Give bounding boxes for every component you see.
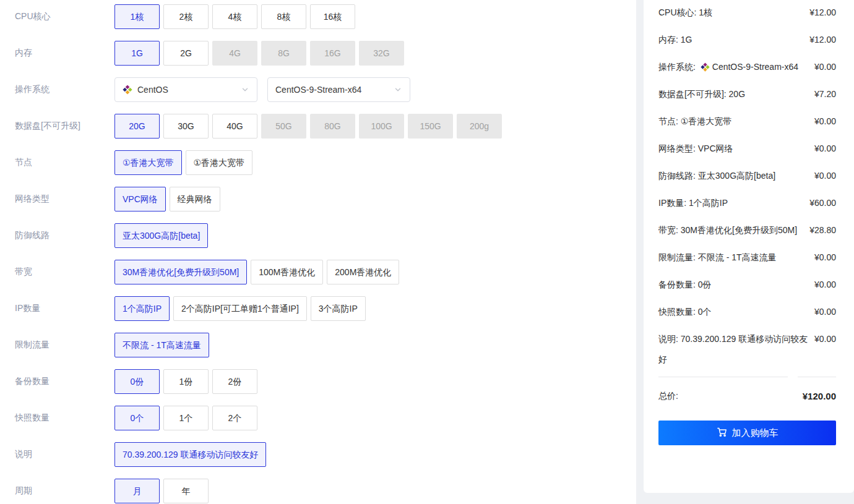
option-chip-period-0[interactable]: 月: [114, 479, 160, 503]
option-chip-bandwidth-1[interactable]: 100M香港优化: [251, 260, 323, 284]
config-row-data-disk: 数据盘[不可升级]20G30G40G50G80G100G150G200g: [15, 114, 636, 139]
config-row-backup-count: 备份数量0份1份2份: [15, 369, 636, 394]
price-summary-card: CPU核心: 1核¥12.00内存: 1G¥12.00操作系统: CentOS-…: [644, 0, 854, 493]
chevron-down-icon: [394, 85, 402, 94]
config-row-memory: 内存1G2G4G8G16G32G: [15, 41, 636, 66]
config-label-operating-system: 操作系统: [15, 84, 114, 95]
option-chip-data-disk-6: 150G: [408, 114, 453, 139]
total-row: 总价: ¥120.00: [658, 386, 836, 406]
config-row-cpu-cores: CPU核心1核2核4核8核16核: [15, 4, 636, 29]
chevron-down-icon: [241, 85, 249, 94]
os-version-select[interactable]: CentOS-9-Stream-x64: [267, 77, 410, 102]
option-chip-bandwidth-0[interactable]: 30M香港优化[免费升级到50M]: [114, 260, 247, 284]
option-chip-data-disk-1[interactable]: 30G: [163, 114, 209, 139]
config-row-period: 周期月年: [15, 479, 636, 503]
option-chip-memory-2: 4G: [212, 41, 257, 66]
option-chip-backup-count-0[interactable]: 0份: [114, 369, 160, 394]
os-family-select[interactable]: CentOS: [114, 77, 257, 102]
option-chip-network-type-0[interactable]: VPC网络: [114, 187, 166, 211]
config-label-network-type: 网络类型: [15, 194, 114, 205]
option-chip-memory-1[interactable]: 2G: [163, 41, 209, 66]
option-chip-data-disk-0[interactable]: 20G: [114, 114, 160, 139]
summary-item-price: ¥0.00: [814, 139, 836, 159]
summary-item-label: 网络类型: VPC网络: [658, 139, 814, 159]
summary-divider: [658, 377, 836, 377]
summary-item-label: CPU核心: 1核: [658, 2, 809, 23]
option-chip-network-type-1[interactable]: 经典网络: [170, 187, 220, 211]
summary-item-price: ¥0.00: [814, 275, 836, 295]
config-row-bandwidth: 带宽30M香港优化[免费升级到50M]100M香港优化200M香港优化: [15, 260, 636, 284]
summary-item-label: 说明: 70.39.200.129 联通移动访问较友好: [658, 329, 814, 370]
option-chip-memory-0[interactable]: 1G: [114, 41, 160, 66]
config-label-defense-line: 防御线路: [15, 230, 114, 241]
summary-item-label: 内存: 1G: [658, 30, 809, 50]
summary-item: IP数量: 1个高防IP¥60.00: [658, 193, 836, 213]
config-row-defense-line: 防御线路亚太300G高防[beta]: [15, 223, 636, 248]
summary-item: 内存: 1G¥12.00: [658, 30, 836, 50]
summary-item: 数据盘[不可升级]: 20G¥7.20: [658, 84, 836, 105]
config-label-data-disk: 数据盘[不可升级]: [15, 121, 114, 132]
summary-item: 防御线路: 亚太300G高防[beta]¥0.00: [658, 166, 836, 186]
os-version-select-value: CentOS-9-Stream-x64: [275, 85, 394, 95]
option-chip-cpu-cores-3[interactable]: 8核: [261, 4, 306, 29]
option-chip-memory-4: 16G: [310, 41, 355, 66]
option-chip-bandwidth-2[interactable]: 200M香港优化: [327, 260, 399, 284]
summary-item: 带宽: 30M香港优化[免费升级到50M]¥28.80: [658, 220, 836, 241]
total-label: 总价:: [658, 386, 678, 406]
summary-item-label: 限制流量: 不限流 - 1T高速流量: [658, 247, 814, 268]
add-to-cart-button[interactable]: 加入购物车: [658, 421, 836, 445]
summary-item-price: ¥60.00: [809, 193, 836, 213]
option-chip-cpu-cores-0[interactable]: 1核: [114, 4, 160, 29]
summary-item-price: ¥0.00: [814, 57, 836, 77]
option-chip-snapshot-count-0[interactable]: 0个: [114, 406, 160, 430]
config-row-operating-system: 操作系统CentOSCentOS-9-Stream-x64: [15, 77, 636, 102]
option-chip-data-disk-7: 200g: [457, 114, 502, 139]
option-chip-cpu-cores-1[interactable]: 2核: [163, 4, 209, 29]
config-label-cpu-cores: CPU核心: [15, 11, 114, 22]
config-label-bandwidth: 带宽: [15, 267, 114, 278]
config-row-network-type: 网络类型VPC网络经典网络: [15, 187, 636, 211]
summary-item-label: 操作系统: CentOS-9-Stream-x64: [658, 57, 814, 77]
config-label-node: 节点: [15, 157, 114, 168]
option-chip-data-disk-2[interactable]: 40G: [212, 114, 257, 139]
option-chip-ip-count-1[interactable]: 2个高防IP[可工单赠1个普通IP]: [173, 296, 307, 321]
option-chip-description-0[interactable]: 70.39.200.129 联通移动访问较友好: [114, 442, 266, 467]
option-chip-data-disk-4: 80G: [310, 114, 355, 139]
add-to-cart-label: 加入购物车: [732, 427, 779, 439]
config-label-memory: 内存: [15, 48, 114, 59]
option-chip-traffic-limit-0[interactable]: 不限流 - 1T高速流量: [114, 333, 209, 357]
option-chip-defense-line-0[interactable]: 亚太300G高防[beta]: [114, 223, 208, 248]
option-chip-backup-count-2[interactable]: 2份: [212, 369, 257, 394]
option-chip-node-1[interactable]: ①香港大宽带: [186, 150, 253, 175]
shopping-cart-icon: [717, 427, 727, 439]
option-chip-ip-count-0[interactable]: 1个高防IP: [114, 296, 170, 321]
option-chip-node-0[interactable]: ①香港大宽带: [114, 150, 182, 175]
config-label-description: 说明: [15, 449, 114, 460]
option-chip-snapshot-count-2[interactable]: 2个: [212, 406, 257, 430]
summary-item: 备份数量: 0份¥0.00: [658, 275, 836, 295]
option-chip-backup-count-1[interactable]: 1份: [163, 369, 209, 394]
summary-item-label: 节点: ①香港大宽带: [658, 111, 814, 132]
summary-item-label: 数据盘[不可升级]: 20G: [658, 84, 814, 105]
summary-item-label: 防御线路: 亚太300G高防[beta]: [658, 166, 814, 186]
option-chip-ip-count-2[interactable]: 3个高防IP: [311, 296, 366, 321]
summary-item: 网络类型: VPC网络¥0.00: [658, 139, 836, 159]
config-panel: CPU核心1核2核4核8核16核内存1G2G4G8G16G32G操作系统Cent…: [0, 0, 636, 504]
summary-item-price: ¥12.00: [809, 30, 836, 50]
summary-item-price: ¥12.00: [809, 2, 836, 23]
option-chip-snapshot-count-1[interactable]: 1个: [163, 406, 209, 430]
option-chip-period-1[interactable]: 年: [163, 479, 209, 503]
os-family-select-value: CentOS: [137, 85, 241, 95]
summary-item-label: 快照数量: 0个: [658, 302, 814, 322]
config-row-ip-count: IP数量1个高防IP2个高防IP[可工单赠1个普通IP]3个高防IP: [15, 296, 636, 321]
option-chip-cpu-cores-2[interactable]: 4核: [212, 4, 257, 29]
option-chip-data-disk-5: 100G: [359, 114, 404, 139]
option-chip-cpu-cores-4[interactable]: 16核: [310, 4, 355, 29]
summary-item-price: ¥28.80: [809, 220, 836, 241]
config-label-snapshot-count: 快照数量: [15, 412, 114, 424]
config-label-ip-count: IP数量: [15, 303, 114, 314]
summary-item: 节点: ①香港大宽带¥0.00: [658, 111, 836, 132]
summary-item-price: ¥0.00: [814, 302, 836, 322]
summary-item: CPU核心: 1核¥12.00: [658, 2, 836, 23]
summary-item-price: ¥0.00: [814, 111, 836, 132]
